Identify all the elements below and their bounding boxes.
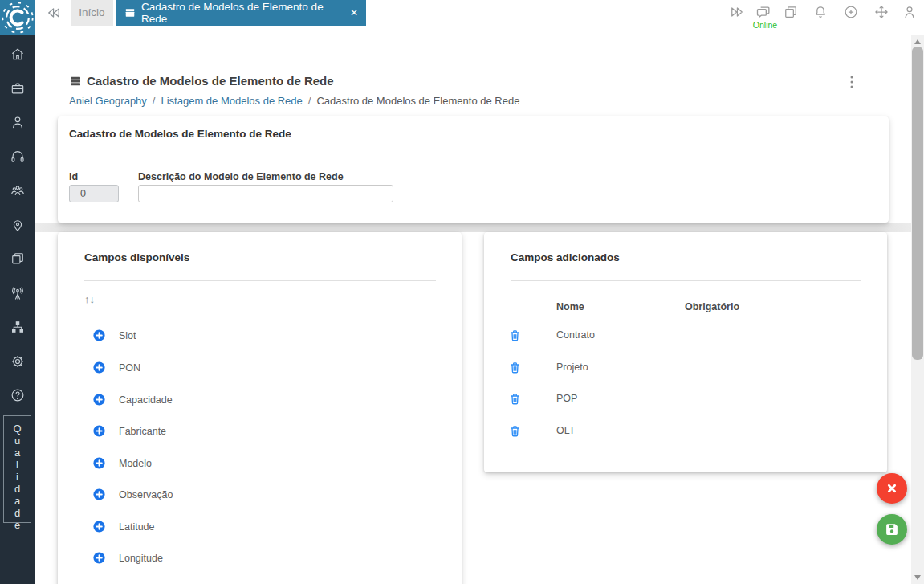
breadcrumb-current: Cadastro de Modelos de Elemento de Rede: [316, 95, 519, 107]
add-field-button[interactable]: [92, 393, 106, 406]
user-group-icon: [10, 182, 26, 198]
available-field-label: Observação: [119, 489, 173, 500]
tab-inicio[interactable]: Início: [71, 0, 113, 26]
notifications-button[interactable]: [812, 4, 828, 20]
scrollbar-thumb[interactable]: [912, 47, 923, 360]
plus-filled-icon: [92, 329, 106, 342]
header: Início Cadastro de Modelos de Elemento d…: [35, 0, 924, 35]
sidebar-item-pages[interactable]: [10, 251, 26, 267]
sidebar: Qualidade: [0, 35, 35, 584]
divider: [84, 280, 436, 281]
help-icon: [10, 387, 26, 403]
sidebar-item-users[interactable]: [10, 114, 26, 130]
breadcrumb-link-aniel-geography[interactable]: Aniel Geography: [69, 95, 147, 107]
divider: [511, 280, 861, 281]
id-label: Id: [69, 171, 78, 182]
card-shadow-strip: [35, 223, 911, 232]
column-header-nome: Nome: [556, 301, 584, 312]
close-x-icon: [883, 480, 901, 497]
scroll-up-icon[interactable]: [914, 39, 921, 44]
tab-label: Cadastro de Modelos de Elemento de Rede: [141, 1, 344, 25]
plus-filled-icon: [92, 551, 106, 565]
briefcase-icon: [10, 80, 26, 96]
settings-gear-icon: [10, 353, 26, 370]
sidebar-item-home[interactable]: [10, 46, 26, 62]
available-field-label: Modelo: [119, 458, 152, 469]
plus-circle-icon: [843, 4, 859, 20]
remove-field-button[interactable]: [508, 361, 522, 374]
add-field-button[interactable]: [92, 488, 106, 501]
add-field-button[interactable]: [92, 520, 106, 533]
remove-field-button[interactable]: [508, 424, 522, 438]
breadcrumb-link-listagem[interactable]: Listagem de Modelos de Rede: [161, 95, 302, 107]
available-fields-title: Campos disponíveis: [84, 251, 189, 263]
form-card: Cadastro de Modelos de Elemento de Rede …: [58, 116, 889, 223]
network-sitemap-icon: [10, 319, 26, 335]
remove-field-button[interactable]: [508, 329, 522, 342]
column-header-obrigatorio: Obrigatório: [685, 301, 739, 312]
qualidade-label: Qualidade: [12, 423, 22, 531]
available-field-label: Fabricante: [119, 426, 166, 437]
fast-forward-icon: [729, 4, 745, 20]
app-window: Qualidade Início Cadastro de Modelos de …: [0, 0, 924, 584]
collapse-tabs-button[interactable]: [46, 5, 62, 21]
add-new-button[interactable]: [843, 4, 859, 20]
user-profile-icon: [902, 4, 918, 20]
scroll-down-icon[interactable]: [914, 575, 921, 580]
trash-icon: [508, 361, 522, 374]
available-field-label: Latitude: [119, 521, 154, 533]
vertical-scrollbar[interactable]: [911, 35, 924, 584]
rewind-icon: [46, 5, 62, 21]
save-floppy-icon: [883, 521, 901, 538]
sidebar-item-antennas[interactable]: [10, 285, 26, 301]
added-field-name: POP: [556, 393, 577, 404]
antenna-icon: [10, 285, 26, 301]
add-field-button[interactable]: [92, 424, 106, 438]
copy-icon: [783, 4, 799, 20]
close-tab-icon[interactable]: ✕: [350, 7, 358, 18]
move-button[interactable]: [873, 4, 889, 20]
location-pin-icon: [10, 217, 26, 233]
tab-cadastro-modelos[interactable]: Cadastro de Modelos de Elemento de Rede …: [116, 0, 366, 26]
sidebar-module-qualidade[interactable]: Qualidade: [3, 415, 31, 523]
fast-forward-button[interactable]: [729, 4, 745, 20]
add-field-button[interactable]: [92, 329, 106, 342]
add-field-button[interactable]: [92, 456, 106, 470]
sidebar-item-locations[interactable]: [10, 217, 26, 233]
chat-online-button[interactable]: [755, 4, 771, 20]
cancel-button[interactable]: [877, 473, 907, 504]
plus-filled-icon: [92, 424, 106, 438]
breadcrumb-separator: /: [153, 95, 156, 107]
page-options-button[interactable]: [845, 74, 859, 90]
copy-windows-button[interactable]: [783, 4, 799, 20]
app-logo[interactable]: [0, 0, 35, 35]
sort-icon[interactable]: ↑↓: [84, 293, 95, 305]
sidebar-item-groups[interactable]: [10, 182, 26, 198]
sidebar-item-help[interactable]: [10, 387, 26, 403]
logo-c-icon: [0, 0, 35, 35]
added-field-name: Contrato: [556, 329, 595, 341]
added-fields-title: Campos adicionados: [511, 251, 620, 263]
page-title: Cadastro de Modelos de Elemento de Rede: [87, 74, 334, 88]
plus-filled-icon: [92, 488, 106, 501]
chat-icon: [755, 4, 771, 20]
headset-icon: [10, 149, 26, 165]
breadcrumb: Aniel Geography/Listagem de Modelos de R…: [69, 95, 519, 107]
remove-field-button[interactable]: [508, 392, 522, 406]
kebab-menu-icon: [845, 74, 859, 90]
save-button[interactable]: [877, 514, 907, 545]
plus-filled-icon: [92, 520, 106, 533]
add-field-button[interactable]: [92, 361, 106, 374]
page-heading: Cadastro de Modelos de Elemento de Rede: [69, 74, 334, 88]
sidebar-item-support[interactable]: [10, 149, 26, 165]
sidebar-item-settings[interactable]: [10, 353, 26, 370]
move-arrows-icon: [873, 4, 889, 20]
descricao-field[interactable]: [138, 185, 393, 202]
sidebar-item-network[interactable]: [10, 319, 26, 335]
profile-button[interactable]: [902, 4, 918, 20]
available-field-label: Capacidade: [119, 394, 173, 406]
id-field[interactable]: [69, 185, 119, 202]
sidebar-item-work[interactable]: [10, 80, 26, 96]
divider: [69, 149, 877, 149]
add-field-button[interactable]: [92, 551, 106, 565]
